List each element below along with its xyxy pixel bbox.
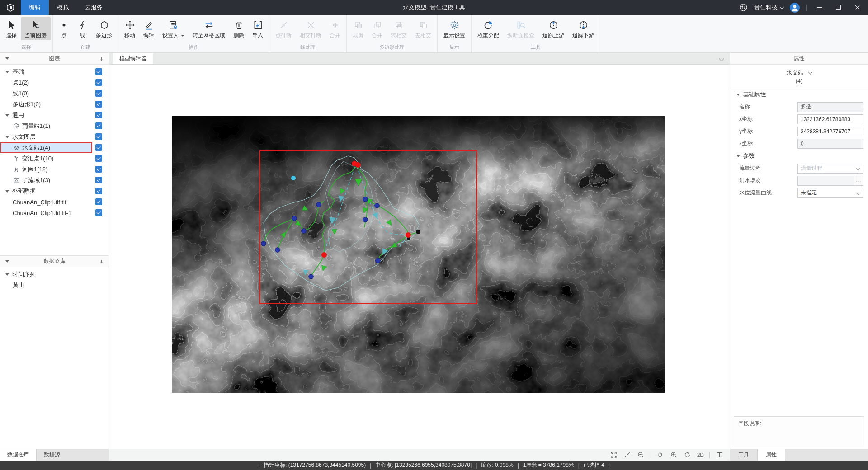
layer-item-9[interactable]: 河网1(12) [0,164,109,175]
layer-visibility-checkbox[interactable] [95,155,102,162]
layer-group-6[interactable]: 水文图层 [0,132,109,142]
layer-visibility-checkbox[interactable] [95,198,102,205]
sidebar-tab-0[interactable]: 数据仓库 [0,449,37,461]
ribbon-group-label: 工具 [473,43,598,52]
shrink-button[interactable] [623,451,632,459]
subbasin-icon [13,177,20,184]
collapse-icon[interactable] [5,190,9,193]
polygon-icon [99,19,109,31]
add-warehouse-button[interactable]: + [99,258,104,265]
layer-visibility-checkbox[interactable] [95,144,102,151]
property-control: 流量过程 [797,164,863,174]
menu-tab-1[interactable]: 模拟 [49,0,77,15]
import-button[interactable]: 导入 [248,17,267,40]
profile-check-icon [516,19,526,31]
split-view-button[interactable] [715,451,723,459]
to-grid-button[interactable]: 转至网格区域 [189,17,229,40]
select-dropdown[interactable]: 流量过程 [797,164,863,174]
layer-visibility-checkbox[interactable] [95,133,102,140]
sync-icon[interactable] [739,3,748,12]
refresh-button[interactable] [684,451,692,459]
layer-group-11[interactable]: 外部数据 [0,186,109,197]
workspace: 图层 + 基础点1(2)线1(0)多边形1(0)通用雨量站1(1)水文图层水文站… [0,53,868,461]
expand-button[interactable] [610,451,618,459]
set-as-button[interactable]: 设置为 [158,17,189,40]
warehouse-item-1[interactable]: 黄山 [0,280,109,291]
layer-item-7[interactable]: 水文站1(4) [0,142,109,153]
map-image[interactable] [172,116,665,393]
layer-item-12[interactable]: ChuanAn_Clip1.tif.tif [0,197,109,207]
property-section-label: 参数 [743,152,755,160]
zoom-in-button[interactable] [670,451,678,459]
ellipsis-button[interactable]: ··· [854,176,863,186]
layer-item-5[interactable]: 雨量站1(1) [0,121,109,132]
app-logo[interactable] [0,0,21,15]
sidebar-tab-1[interactable]: 数据源 [37,449,67,461]
property-section-header-0[interactable]: 基础属性 [730,88,868,101]
trace-down-button[interactable]: 追踪下游 [568,17,598,40]
tabbar-chevron-icon[interactable] [719,56,724,61]
menu-tab-0[interactable]: 编辑 [21,0,49,15]
org-menu[interactable]: 贵仁科技 [754,4,783,12]
map-canvas[interactable] [109,65,730,449]
layer-group-0[interactable]: 基础 [0,66,109,77]
layer-visibility-checkbox[interactable] [95,122,102,129]
layer-visibility-checkbox[interactable] [95,112,102,118]
selected-type-dropdown[interactable]: 水文站 [730,65,868,78]
layer-visibility-checkbox[interactable] [95,68,102,75]
text-input[interactable]: 13221362.61780883 [797,114,863,124]
layer-item-1[interactable]: 点1(2) [0,77,109,88]
cursor-layer-button[interactable]: 当前图层 [21,17,51,40]
weight-pie-button[interactable]: 权重分配 [473,17,503,40]
property-section-header-1[interactable]: 参数 [730,150,868,162]
maximize-button[interactable] [832,0,844,15]
collapse-icon[interactable] [5,71,9,73]
pan-button[interactable] [656,451,665,459]
polygon-button[interactable]: 多边形 [92,17,116,40]
cursor-button[interactable]: 选择 [2,17,21,40]
close-button[interactable] [851,0,863,15]
delete-button[interactable]: 删除 [229,17,248,40]
move-button[interactable]: 移动 [120,17,139,40]
properties-tab-0[interactable]: 工具 [730,449,757,461]
layer-item-3[interactable]: 多边形1(0) [0,99,109,110]
layer-visibility-checkbox[interactable] [95,177,102,183]
text-input[interactable]: 3428381.342276707 [797,127,863,136]
trace-up-button[interactable]: 追踪上游 [538,17,568,40]
properties-tab-1[interactable]: 属性 [757,449,785,461]
line-button[interactable]: 线 [73,17,92,40]
property-label: 流量过程 [739,164,761,172]
selected-type-label: 水文站 [786,69,804,76]
text-input[interactable] [797,176,854,186]
layer-item-2[interactable]: 线1(0) [0,88,109,99]
ribbon-button-label: 去相交 [415,32,431,39]
minimize-button[interactable] [813,0,826,15]
select-dropdown[interactable]: 未指定 [797,188,863,198]
layer-visibility-checkbox[interactable] [95,166,102,173]
view-mode-2d-button[interactable]: 2D [697,452,704,458]
point-button[interactable]: 点 [55,17,73,40]
layer-visibility-checkbox[interactable] [95,209,102,216]
avatar[interactable] [790,3,800,13]
tab-model-editor[interactable]: 模型编辑器 [113,53,153,64]
layer-item-13[interactable]: ChuanAn_Clip1.tif.tif-1 [0,207,109,218]
collapse-icon[interactable] [5,273,9,276]
collapse-icon[interactable] [5,136,9,138]
layer-visibility-checkbox[interactable] [95,90,102,97]
collapse-icon[interactable] [5,114,9,117]
layer-visibility-checkbox[interactable] [95,79,102,86]
display-settings-button[interactable]: 显示设置 [439,17,469,40]
menu-tab-2[interactable]: 云服务 [77,0,111,15]
warehouse-item-0[interactable]: 时间序列 [0,269,109,280]
layer-visibility-checkbox[interactable] [95,101,102,108]
edit-pencil-button[interactable]: 编辑 [139,17,158,40]
layer-item-10[interactable]: 子流域1(3) [0,175,109,186]
warehouse-label: 时间序列 [12,270,36,278]
zoom-area-button[interactable] [637,451,645,459]
merge-line-icon [330,19,340,31]
add-layer-button[interactable]: + [99,55,104,62]
layer-visibility-checkbox[interactable] [95,188,102,194]
layer-item-8[interactable]: 交汇点1(10) [0,153,109,164]
layer-group-4[interactable]: 通用 [0,110,109,121]
intersect-button: 求相交 [387,17,411,40]
